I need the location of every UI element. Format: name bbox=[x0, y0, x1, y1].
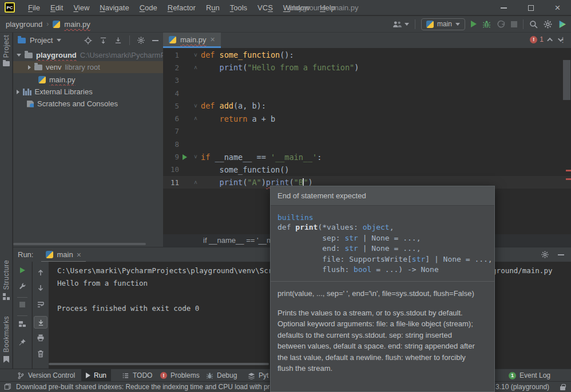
run-settings-icon[interactable] bbox=[541, 251, 549, 258]
pin-tab-button[interactable] bbox=[13, 338, 31, 346]
close-button[interactable]: × bbox=[544, 0, 571, 15]
maximize-button[interactable] bbox=[517, 0, 544, 15]
toolbar-separator bbox=[13, 315, 31, 316]
menu-run[interactable]: Run bbox=[201, 3, 225, 12]
expanded-arrow-icon[interactable] bbox=[17, 54, 21, 57]
rail-bookmarks-button[interactable]: Bookmarks bbox=[0, 316, 13, 363]
run-line-icon[interactable] bbox=[183, 154, 187, 160]
tab-version-control[interactable]: Version Control bbox=[13, 369, 80, 382]
run-config-selector[interactable]: main bbox=[421, 18, 465, 30]
run-tab-main[interactable]: main × bbox=[41, 247, 85, 262]
panel-settings-icon[interactable] bbox=[137, 37, 145, 44]
inspection-widget[interactable]: ! 1 bbox=[530, 35, 562, 43]
event-log-button[interactable]: 1 Event Log bbox=[509, 369, 550, 382]
code-line-9[interactable]: 9˅if __name__ == '__main__': bbox=[163, 150, 571, 163]
menu-code[interactable]: Code bbox=[134, 3, 162, 12]
collapse-all-icon[interactable] bbox=[114, 37, 122, 44]
tab-todo[interactable]: TODO bbox=[117, 369, 157, 382]
stop-process-button[interactable] bbox=[13, 302, 31, 307]
popup-module-link[interactable]: builtins bbox=[277, 213, 487, 222]
run-settings-button[interactable] bbox=[13, 282, 31, 290]
menu-edit[interactable]: Edit bbox=[45, 3, 68, 12]
shared-indexes-icon bbox=[4, 383, 11, 390]
rail-project-label: Project bbox=[2, 35, 10, 58]
stop-button[interactable] bbox=[511, 21, 517, 27]
code-line-6[interactable]: 6˄ return a + b bbox=[163, 112, 571, 125]
project-panel-title[interactable]: Project bbox=[30, 36, 53, 45]
up-stack-trace-button[interactable] bbox=[33, 269, 49, 277]
chevron-down-icon[interactable] bbox=[57, 39, 61, 42]
tab-python-packages[interactable]: Pyt bbox=[243, 369, 273, 382]
tree-row-external-libraries[interactable]: External Libraries bbox=[13, 86, 163, 98]
minimize-button[interactable] bbox=[490, 0, 517, 15]
editor-breadcrumb-context[interactable]: if __name__ == '__mai bbox=[203, 236, 279, 245]
code-line-5[interactable]: 5˅def add(a, b): bbox=[163, 99, 571, 112]
problems-icon: ! bbox=[160, 372, 167, 379]
tree-row-scratches[interactable]: Scratches and Consoles bbox=[13, 98, 163, 110]
expand-all-icon[interactable] bbox=[100, 37, 107, 44]
code-line-4[interactable]: 4 bbox=[163, 87, 571, 99]
breadcrumb-file[interactable]: main.py bbox=[64, 20, 90, 29]
code-with-me-button[interactable] bbox=[558, 20, 566, 29]
soft-wrap-button[interactable] bbox=[33, 301, 49, 309]
breadcrumb-project[interactable]: playground bbox=[6, 20, 42, 29]
menu-tools[interactable]: Tools bbox=[225, 3, 252, 12]
console-horizontal-scrollbar[interactable] bbox=[49, 363, 269, 365]
down-stack-trace-button[interactable] bbox=[33, 284, 49, 292]
run-button[interactable] bbox=[471, 21, 477, 27]
lock-icon[interactable] bbox=[560, 386, 565, 390]
code-line-7[interactable]: 7 bbox=[163, 125, 571, 138]
tab-run[interactable]: Run bbox=[81, 369, 111, 382]
rail-project-button[interactable]: Project bbox=[0, 35, 13, 66]
collapsed-arrow-icon[interactable] bbox=[28, 65, 31, 70]
menu-vcs[interactable]: VCS bbox=[252, 3, 278, 12]
menu-view[interactable]: View bbox=[68, 3, 94, 12]
menu-refactor[interactable]: Refactor bbox=[162, 3, 201, 12]
menu-navigate[interactable]: Navigate bbox=[94, 3, 134, 12]
hide-panel-icon[interactable] bbox=[152, 40, 158, 41]
project-panel-header: Project bbox=[13, 33, 163, 48]
rail-structure-button[interactable]: Structure bbox=[0, 260, 13, 300]
debug-button[interactable] bbox=[482, 20, 491, 29]
interpreter-selector[interactable]: 3.10 (playground) bbox=[495, 383, 549, 391]
tab-main-py[interactable]: main.py × bbox=[163, 33, 221, 48]
restore-layout-button[interactable] bbox=[13, 320, 31, 328]
run-panel-title: Run: bbox=[18, 250, 33, 259]
code-line-10[interactable]: 10 some_function() bbox=[163, 163, 571, 176]
code-line-8[interactable]: 8 bbox=[163, 138, 571, 150]
search-everywhere-button[interactable] bbox=[529, 20, 538, 29]
hide-panel-icon[interactable] bbox=[558, 254, 564, 255]
tab-debug[interactable]: Debug bbox=[201, 369, 241, 382]
error-stripe-mark[interactable] bbox=[566, 170, 571, 171]
popup-usage-line: print(value, ..., sep=' ', end='\n', fil… bbox=[277, 289, 487, 298]
code-line-3[interactable]: 3 bbox=[163, 74, 571, 87]
structure-icon bbox=[3, 293, 10, 300]
print-button[interactable] bbox=[33, 334, 49, 342]
tab-label: Problems bbox=[170, 371, 200, 379]
popup-divider bbox=[271, 281, 494, 282]
status-message[interactable]: Download pre-built shared indexes: Reduc… bbox=[16, 383, 273, 391]
menu-file[interactable]: File bbox=[23, 3, 45, 12]
clear-console-button[interactable] bbox=[33, 350, 49, 358]
tree-main-file: main.py bbox=[49, 75, 76, 84]
code-line-1[interactable]: 1˅def some_function(): bbox=[163, 49, 571, 61]
close-tab-icon[interactable]: × bbox=[77, 251, 81, 259]
editor-vertical-scrollbar[interactable] bbox=[563, 60, 570, 100]
error-stripe-mark[interactable] bbox=[566, 178, 571, 180]
locate-file-icon[interactable] bbox=[84, 37, 92, 45]
tree-row-playground[interactable]: playground C:\Users\marki\PycharmProje bbox=[13, 49, 163, 61]
tree-row-venv[interactable]: venv library root bbox=[13, 61, 163, 73]
users-dropdown[interactable] bbox=[392, 21, 409, 28]
settings-button[interactable] bbox=[544, 20, 552, 29]
coverage-button[interactable] bbox=[497, 20, 505, 29]
tree-row-main-py[interactable]: main.py bbox=[13, 74, 163, 86]
collapsed-arrow-icon[interactable] bbox=[17, 90, 19, 94]
event-count-icon: 1 bbox=[509, 372, 516, 379]
code-line-2[interactable]: 2˄ print("Hello from a function") bbox=[163, 61, 571, 74]
tab-problems[interactable]: ! Problems bbox=[156, 369, 204, 382]
project-horizontal-scrollbar[interactable] bbox=[13, 243, 146, 245]
close-tab-icon[interactable]: × bbox=[211, 35, 215, 43]
previous-error-icon[interactable] bbox=[547, 37, 553, 43]
scroll-to-end-button[interactable] bbox=[33, 316, 49, 329]
rerun-button[interactable] bbox=[13, 267, 31, 273]
